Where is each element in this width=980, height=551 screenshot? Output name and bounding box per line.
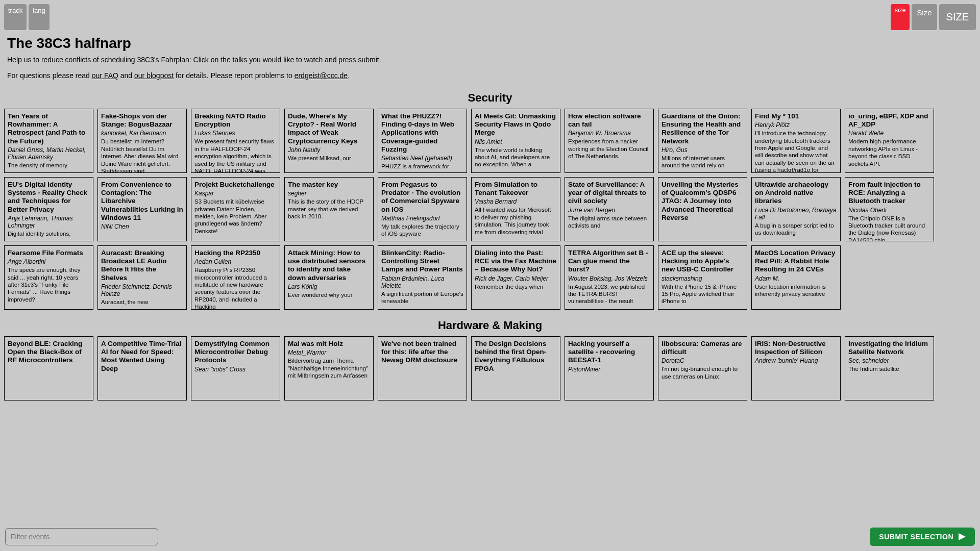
lang-button[interactable]: lang (29, 4, 50, 30)
talk-card[interactable]: EU's Digital Identity Systems - Reality … (4, 177, 93, 241)
talk-speaker: kantorkel, Kai Biermann (101, 130, 183, 137)
talk-card[interactable]: From Pegasus to Predator - The evolution… (378, 177, 467, 241)
talk-title: From Convenience to Contagion: The Libar… (101, 181, 183, 222)
talk-desc: The digital arms race between activists … (568, 215, 650, 230)
talk-card[interactable]: From fault injection to RCE: Analyzing a… (845, 177, 934, 241)
size-group: size Size SIZE (891, 4, 976, 30)
talk-card[interactable]: Dialing into the Past: RCE via the Fax M… (471, 245, 560, 310)
talk-card[interactable]: State of Surveillance: A year of digital… (565, 177, 654, 241)
talk-desc: Raspberry Pi's RP2350 microcontroller in… (194, 266, 277, 310)
talk-desc: The specs are enough, they said ... yeah… (8, 266, 90, 303)
talk-speaker: Metal_Warrior (288, 349, 370, 356)
talk-card[interactable]: IRIS: Non-Destructive Inspection of Sili… (751, 336, 841, 400)
talk-card[interactable]: Investigating the Iridium Satellite Netw… (845, 336, 934, 400)
talk-card[interactable]: Beyond BLE: Cracking Open the Black-Box … (4, 336, 93, 400)
talk-card[interactable]: TETRA Algorithm set B - Can glue mend th… (565, 245, 654, 310)
talk-card[interactable]: io_uring, eBPF, XDP and AF_XDPHarald Wel… (845, 109, 934, 173)
talk-speaker: Daniel Gruss, Martin Heckel, Florian Ada… (8, 146, 90, 161)
talk-card[interactable]: Dude, Where's My Crypto? - Real World Im… (284, 109, 374, 173)
talk-desc: We present fatal security flaws in the H… (194, 138, 277, 173)
talk-card[interactable]: Fearsome File FormatsAnge AlbertiniThe s… (4, 245, 93, 310)
talk-card[interactable]: Demystifying Common Microcontroller Debu… (191, 336, 280, 400)
talk-card[interactable]: From Simulation to Tenant TakeoverVaisha… (471, 177, 560, 241)
talk-card[interactable]: How election software can failBenjamin W… (565, 109, 654, 173)
talk-card[interactable]: A Competitive Time-Trial AI for Need for… (97, 336, 187, 400)
talk-speaker: Wouter Bokslag, Jos Wetzels (568, 275, 650, 282)
faq-link[interactable]: our FAQ (92, 71, 118, 80)
track-button[interactable]: track (4, 4, 27, 30)
talk-desc: This is the story of the HDCP master key… (288, 198, 370, 220)
talk-desc: Digital identity solutions, (8, 230, 90, 237)
talk-speaker: John Naulty (288, 146, 370, 154)
size-medium-button[interactable]: Size (912, 4, 937, 30)
talk-card[interactable]: MacOS Location Privacy Red Pill: A Rabbi… (751, 245, 841, 310)
talk-card[interactable]: Unveiling the Mysteries of Qualcomm's QD… (658, 177, 747, 241)
talk-desc: Auracast, the new (101, 298, 183, 306)
contact-email-link[interactable]: erdgeist@ccc.de (295, 71, 348, 80)
talk-desc: We present Milksad, our (288, 155, 370, 162)
talk-card[interactable]: BlinkenCity: Radio-Controlling Street La… (378, 245, 467, 310)
talk-card[interactable]: Hacking yourself a satellite - recoverin… (565, 336, 654, 400)
talk-desc: In August 2023, we published the TETRA:B… (568, 283, 650, 305)
intro-text: Help us to reduce conflicts of schedulin… (7, 55, 973, 81)
talk-card[interactable]: The Design Decisions behind the first Op… (471, 336, 560, 400)
blogpost-link[interactable]: our blogpost (134, 71, 174, 80)
talk-card[interactable]: Guardians of the Onion: Ensuring the Hea… (658, 109, 747, 173)
talk-card[interactable]: The master keysegherThis is the story of… (284, 177, 374, 241)
intro-line-1: Help us to reduce conflicts of schedulin… (7, 55, 973, 65)
talk-speaker: Aedan Cullen (194, 258, 277, 265)
talk-card[interactable]: Auracast: Breaking Broadcast LE Audio Be… (97, 245, 187, 310)
talk-speaker: Fabian Bräunlein, Luca Melette (381, 275, 463, 289)
talk-card[interactable]: We've not been trained for this: life af… (378, 336, 467, 400)
talk-title: Breaking NATO Radio Encryption (194, 112, 277, 129)
talk-title: MacOS Location Privacy Red Pill: A Rabbi… (755, 249, 837, 274)
talk-speaker: Henryk Plötz (755, 121, 837, 129)
talk-title: A Competitive Time-Trial AI for Need for… (101, 340, 183, 373)
talk-card[interactable]: libobscura: Cameras are difficultDorotaC… (658, 336, 747, 400)
talk-card[interactable]: AI Meets Git: Unmasking Security Flaws i… (471, 109, 560, 173)
talk-speaker: Sebastian Neef (gehaxelt) (381, 155, 463, 162)
talk-desc: Millions of internet users around the wo… (662, 155, 744, 169)
talk-title: AI Meets Git: Unmasking Security Flaws i… (475, 112, 557, 137)
talk-title: Dude, Where's My Crypto? - Real World Im… (288, 112, 370, 145)
talk-speaker: Kaspar (194, 190, 277, 197)
talk-title: Guardians of the Onion: Ensuring the Hea… (662, 112, 744, 145)
talk-speaker: Lukas Stennes (194, 130, 277, 137)
size-large-button[interactable]: SIZE (939, 4, 976, 30)
talk-title: The Design Decisions behind the first Op… (475, 340, 557, 373)
talk-card[interactable]: Ultrawide archaeology on Android native … (751, 177, 841, 241)
talk-card[interactable]: Projekt BucketchallengeKasparS3 Buckets … (191, 177, 280, 241)
talk-title: IRIS: Non-Destructive Inspection of Sili… (755, 340, 837, 356)
talk-title: Fake-Shops von der Stange: BogusBazaar (101, 112, 183, 129)
talk-card[interactable]: Breaking NATO Radio EncryptionLukas Sten… (191, 109, 280, 173)
talk-card[interactable]: Ten Years of Rowhammer: A Retrospect (an… (4, 109, 93, 173)
talk-card[interactable]: Hacking the RP2350Aedan CullenRaspberry … (191, 245, 280, 310)
talk-card[interactable]: Mal was mit HolzMetal_WarriorBildervortr… (284, 336, 374, 400)
talk-title: State of Surveillance: A year of digital… (568, 181, 650, 206)
talk-speaker: Vaisha Bernard (475, 198, 557, 205)
talk-desc: A bug in a scraper script led to us down… (755, 222, 837, 237)
talk-desc: I'll introduce the technology underlying… (755, 130, 837, 173)
talk-speaker: segher (288, 190, 370, 197)
talk-speaker: Andrew 'bunnie' Huang (755, 357, 837, 364)
talk-title: From fault injection to RCE: Analyzing a… (848, 181, 930, 206)
size-small-button[interactable]: size (891, 4, 910, 30)
talk-speaker: Nils Amiet (475, 138, 557, 145)
talk-card[interactable]: From Convenience to Contagion: The Libar… (97, 177, 187, 241)
talk-desc: The Chipolo ONE is a Bluetooth tracker b… (848, 215, 930, 241)
talk-speaker: Harald Welte (848, 130, 930, 137)
talk-speaker: Jurre van Bergen (568, 207, 650, 214)
talk-desc: The Iridium satellite (848, 365, 930, 372)
talk-card[interactable]: Find My * 101Henryk PlötzI'll introduce … (751, 109, 841, 173)
talk-speaker: Nicolas Oberli (848, 207, 930, 214)
talk-speaker: Hiro, Gus (662, 146, 744, 154)
talk-grid: Beyond BLE: Cracking Open the Black-Box … (0, 336, 980, 400)
talk-card[interactable]: What the PHUZZ?! Finding 0-days in Web A… (378, 109, 467, 173)
talk-title: How election software can fail (568, 112, 650, 129)
talk-title: Ultrawide archaeology on Android native … (755, 181, 837, 206)
talk-card[interactable]: Attack Mining: How to use distributed se… (284, 245, 374, 310)
talk-speaker: NiNi Chen (101, 223, 183, 230)
talk-title: Investigating the Iridium Satellite Netw… (848, 340, 930, 356)
talk-card[interactable]: Fake-Shops von der Stange: BogusBazaarka… (97, 109, 187, 173)
talk-card[interactable]: ACE up the sleeve: Hacking into Apple's … (658, 245, 747, 310)
